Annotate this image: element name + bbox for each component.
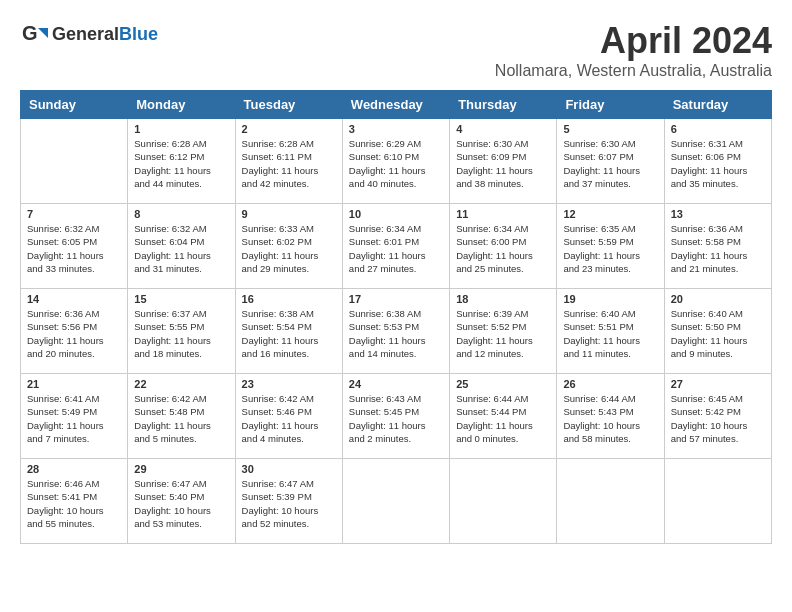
month-title: April 2024	[495, 20, 772, 62]
calendar-cell: 8Sunrise: 6:32 AM Sunset: 6:04 PM Daylig…	[128, 204, 235, 289]
day-number: 18	[456, 293, 550, 305]
day-info: Sunrise: 6:29 AM Sunset: 6:10 PM Dayligh…	[349, 137, 443, 190]
day-info: Sunrise: 6:31 AM Sunset: 6:06 PM Dayligh…	[671, 137, 765, 190]
calendar-cell: 2Sunrise: 6:28 AM Sunset: 6:11 PM Daylig…	[235, 119, 342, 204]
day-number: 12	[563, 208, 657, 220]
calendar-cell	[664, 459, 771, 544]
week-row: 7Sunrise: 6:32 AM Sunset: 6:05 PM Daylig…	[21, 204, 772, 289]
logo-blue-text: Blue	[119, 24, 158, 44]
day-number: 7	[27, 208, 121, 220]
calendar-table: SundayMondayTuesdayWednesdayThursdayFrid…	[20, 90, 772, 544]
calendar-cell	[342, 459, 449, 544]
calendar-cell: 6Sunrise: 6:31 AM Sunset: 6:06 PM Daylig…	[664, 119, 771, 204]
calendar-cell: 1Sunrise: 6:28 AM Sunset: 6:12 PM Daylig…	[128, 119, 235, 204]
day-info: Sunrise: 6:40 AM Sunset: 5:51 PM Dayligh…	[563, 307, 657, 360]
day-number: 27	[671, 378, 765, 390]
day-info: Sunrise: 6:44 AM Sunset: 5:44 PM Dayligh…	[456, 392, 550, 445]
day-info: Sunrise: 6:40 AM Sunset: 5:50 PM Dayligh…	[671, 307, 765, 360]
day-info: Sunrise: 6:38 AM Sunset: 5:53 PM Dayligh…	[349, 307, 443, 360]
day-number: 11	[456, 208, 550, 220]
calendar-cell: 17Sunrise: 6:38 AM Sunset: 5:53 PM Dayli…	[342, 289, 449, 374]
day-number: 20	[671, 293, 765, 305]
day-info: Sunrise: 6:28 AM Sunset: 6:12 PM Dayligh…	[134, 137, 228, 190]
calendar-cell: 20Sunrise: 6:40 AM Sunset: 5:50 PM Dayli…	[664, 289, 771, 374]
calendar-cell: 18Sunrise: 6:39 AM Sunset: 5:52 PM Dayli…	[450, 289, 557, 374]
day-number: 2	[242, 123, 336, 135]
calendar-cell: 3Sunrise: 6:29 AM Sunset: 6:10 PM Daylig…	[342, 119, 449, 204]
weekday-header: Wednesday	[342, 91, 449, 119]
calendar-cell: 30Sunrise: 6:47 AM Sunset: 5:39 PM Dayli…	[235, 459, 342, 544]
calendar-cell: 28Sunrise: 6:46 AM Sunset: 5:41 PM Dayli…	[21, 459, 128, 544]
calendar-cell	[21, 119, 128, 204]
day-info: Sunrise: 6:32 AM Sunset: 6:04 PM Dayligh…	[134, 222, 228, 275]
day-info: Sunrise: 6:33 AM Sunset: 6:02 PM Dayligh…	[242, 222, 336, 275]
day-number: 14	[27, 293, 121, 305]
day-info: Sunrise: 6:38 AM Sunset: 5:54 PM Dayligh…	[242, 307, 336, 360]
day-number: 22	[134, 378, 228, 390]
day-info: Sunrise: 6:47 AM Sunset: 5:40 PM Dayligh…	[134, 477, 228, 530]
day-info: Sunrise: 6:43 AM Sunset: 5:45 PM Dayligh…	[349, 392, 443, 445]
day-info: Sunrise: 6:41 AM Sunset: 5:49 PM Dayligh…	[27, 392, 121, 445]
day-number: 1	[134, 123, 228, 135]
calendar-cell: 21Sunrise: 6:41 AM Sunset: 5:49 PM Dayli…	[21, 374, 128, 459]
day-info: Sunrise: 6:36 AM Sunset: 5:56 PM Dayligh…	[27, 307, 121, 360]
day-number: 28	[27, 463, 121, 475]
calendar-cell: 10Sunrise: 6:34 AM Sunset: 6:01 PM Dayli…	[342, 204, 449, 289]
svg-text:G: G	[22, 22, 38, 44]
weekday-header-row: SundayMondayTuesdayWednesdayThursdayFrid…	[21, 91, 772, 119]
day-info: Sunrise: 6:30 AM Sunset: 6:09 PM Dayligh…	[456, 137, 550, 190]
weekday-header: Saturday	[664, 91, 771, 119]
calendar-cell: 29Sunrise: 6:47 AM Sunset: 5:40 PM Dayli…	[128, 459, 235, 544]
weekday-header: Sunday	[21, 91, 128, 119]
day-info: Sunrise: 6:42 AM Sunset: 5:48 PM Dayligh…	[134, 392, 228, 445]
day-number: 29	[134, 463, 228, 475]
calendar-cell: 14Sunrise: 6:36 AM Sunset: 5:56 PM Dayli…	[21, 289, 128, 374]
calendar-cell	[450, 459, 557, 544]
day-number: 16	[242, 293, 336, 305]
calendar-cell: 15Sunrise: 6:37 AM Sunset: 5:55 PM Dayli…	[128, 289, 235, 374]
week-row: 21Sunrise: 6:41 AM Sunset: 5:49 PM Dayli…	[21, 374, 772, 459]
day-number: 23	[242, 378, 336, 390]
calendar-cell	[557, 459, 664, 544]
day-info: Sunrise: 6:45 AM Sunset: 5:42 PM Dayligh…	[671, 392, 765, 445]
day-info: Sunrise: 6:34 AM Sunset: 6:00 PM Dayligh…	[456, 222, 550, 275]
day-info: Sunrise: 6:39 AM Sunset: 5:52 PM Dayligh…	[456, 307, 550, 360]
calendar-cell: 5Sunrise: 6:30 AM Sunset: 6:07 PM Daylig…	[557, 119, 664, 204]
calendar-cell: 12Sunrise: 6:35 AM Sunset: 5:59 PM Dayli…	[557, 204, 664, 289]
svg-marker-1	[38, 28, 48, 38]
day-info: Sunrise: 6:37 AM Sunset: 5:55 PM Dayligh…	[134, 307, 228, 360]
day-number: 24	[349, 378, 443, 390]
day-number: 10	[349, 208, 443, 220]
calendar-cell: 11Sunrise: 6:34 AM Sunset: 6:00 PM Dayli…	[450, 204, 557, 289]
day-number: 13	[671, 208, 765, 220]
calendar-cell: 16Sunrise: 6:38 AM Sunset: 5:54 PM Dayli…	[235, 289, 342, 374]
day-number: 30	[242, 463, 336, 475]
day-info: Sunrise: 6:34 AM Sunset: 6:01 PM Dayligh…	[349, 222, 443, 275]
day-info: Sunrise: 6:32 AM Sunset: 6:05 PM Dayligh…	[27, 222, 121, 275]
calendar-cell: 26Sunrise: 6:44 AM Sunset: 5:43 PM Dayli…	[557, 374, 664, 459]
logo: G GeneralBlue	[20, 20, 158, 48]
day-info: Sunrise: 6:36 AM Sunset: 5:58 PM Dayligh…	[671, 222, 765, 275]
day-number: 9	[242, 208, 336, 220]
week-row: 14Sunrise: 6:36 AM Sunset: 5:56 PM Dayli…	[21, 289, 772, 374]
weekday-header: Friday	[557, 91, 664, 119]
day-info: Sunrise: 6:30 AM Sunset: 6:07 PM Dayligh…	[563, 137, 657, 190]
logo-icon: G	[20, 20, 48, 48]
day-info: Sunrise: 6:28 AM Sunset: 6:11 PM Dayligh…	[242, 137, 336, 190]
day-info: Sunrise: 6:35 AM Sunset: 5:59 PM Dayligh…	[563, 222, 657, 275]
week-row: 1Sunrise: 6:28 AM Sunset: 6:12 PM Daylig…	[21, 119, 772, 204]
calendar-cell: 25Sunrise: 6:44 AM Sunset: 5:44 PM Dayli…	[450, 374, 557, 459]
day-number: 15	[134, 293, 228, 305]
calendar-cell: 23Sunrise: 6:42 AM Sunset: 5:46 PM Dayli…	[235, 374, 342, 459]
day-info: Sunrise: 6:42 AM Sunset: 5:46 PM Dayligh…	[242, 392, 336, 445]
calendar-cell: 19Sunrise: 6:40 AM Sunset: 5:51 PM Dayli…	[557, 289, 664, 374]
day-number: 26	[563, 378, 657, 390]
calendar-cell: 27Sunrise: 6:45 AM Sunset: 5:42 PM Dayli…	[664, 374, 771, 459]
day-number: 19	[563, 293, 657, 305]
day-number: 17	[349, 293, 443, 305]
day-number: 8	[134, 208, 228, 220]
day-info: Sunrise: 6:44 AM Sunset: 5:43 PM Dayligh…	[563, 392, 657, 445]
calendar-cell: 4Sunrise: 6:30 AM Sunset: 6:09 PM Daylig…	[450, 119, 557, 204]
day-info: Sunrise: 6:46 AM Sunset: 5:41 PM Dayligh…	[27, 477, 121, 530]
calendar-cell: 22Sunrise: 6:42 AM Sunset: 5:48 PM Dayli…	[128, 374, 235, 459]
